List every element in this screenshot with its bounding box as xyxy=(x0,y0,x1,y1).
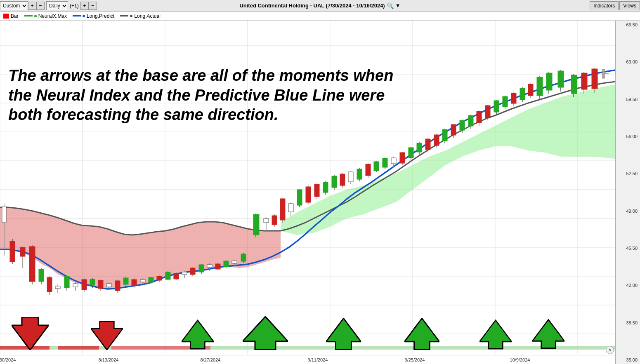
scroll-icon[interactable]: $ xyxy=(606,346,614,354)
price-38: 38.50 xyxy=(616,320,639,325)
svg-rect-69 xyxy=(199,265,204,272)
svg-rect-153 xyxy=(571,75,577,94)
chart-container[interactable]: 66.50 63.00 59.50 56.00 52.50 49.00 45.5… xyxy=(0,21,640,364)
price-59: 59.50 xyxy=(616,97,639,102)
indicators-button[interactable]: Indicators xyxy=(590,1,619,10)
svg-rect-151 xyxy=(558,71,564,87)
svg-marker-169 xyxy=(243,317,288,350)
svg-rect-67 xyxy=(190,268,195,275)
period-select[interactable]: Daily xyxy=(46,1,68,10)
counter-add-btn[interactable]: + xyxy=(80,2,89,10)
svg-rect-45 xyxy=(98,280,103,289)
svg-rect-23 xyxy=(2,206,6,223)
svg-rect-135 xyxy=(485,106,490,118)
svg-rect-133 xyxy=(477,111,482,123)
legend-neuralx-dot xyxy=(34,15,37,17)
svg-rect-127 xyxy=(451,124,456,135)
legend-row: Bar NeuralX.Max Long.Predict Long.Actual xyxy=(0,12,640,21)
price-66: 66.50 xyxy=(616,22,639,27)
svg-rect-99 xyxy=(332,176,337,188)
up-arrow-2 xyxy=(243,316,288,352)
svg-rect-137 xyxy=(494,101,499,112)
legend-longpredict: Long.Predict xyxy=(73,13,114,19)
svg-rect-141 xyxy=(511,93,516,103)
svg-rect-93 xyxy=(306,187,311,202)
svg-rect-59 xyxy=(157,276,162,280)
neuralx-line-icon xyxy=(24,15,33,16)
up-arrow-6 xyxy=(532,318,564,352)
svg-rect-49 xyxy=(115,281,120,291)
svg-rect-113 xyxy=(391,158,396,164)
svg-rect-123 xyxy=(434,135,439,146)
counter-label: (+1) xyxy=(68,3,80,9)
legend-longactual-dot xyxy=(130,15,132,17)
svg-rect-105 xyxy=(357,169,362,179)
svg-rect-61 xyxy=(165,272,170,279)
title-text: United Continental Holding - UAL (7/30/2… xyxy=(239,2,385,9)
minus-btn[interactable]: − xyxy=(36,2,45,10)
svg-rect-161 xyxy=(50,346,58,350)
price-42: 42.00 xyxy=(616,283,639,288)
svg-rect-31 xyxy=(39,269,44,282)
date-925: 9/25/2024 xyxy=(405,357,425,362)
svg-rect-157 xyxy=(592,69,597,89)
legend-neuralx-label: NeuralX.Max xyxy=(38,13,67,19)
svg-rect-39 xyxy=(73,284,78,287)
svg-rect-117 xyxy=(409,148,413,158)
add-btn[interactable]: + xyxy=(28,2,36,10)
price-49: 49.00 xyxy=(616,209,639,214)
price-63: 63.00 xyxy=(616,59,639,64)
price-56: 56.00 xyxy=(616,134,639,139)
svg-rect-89 xyxy=(288,204,293,212)
legend-neuralx: NeuralX.Max xyxy=(24,13,67,19)
date-axis: 7/30/2024 8/13/2024 8/27/2024 9/11/2024 … xyxy=(0,355,615,364)
svg-rect-71 xyxy=(207,265,212,267)
svg-marker-167 xyxy=(91,321,123,350)
svg-marker-173 xyxy=(532,319,564,348)
counter-minus-btn[interactable]: − xyxy=(89,2,97,10)
svg-rect-107 xyxy=(366,164,371,176)
date-109: 10/9/2024 xyxy=(510,357,530,362)
svg-rect-121 xyxy=(425,139,430,150)
chart-svg xyxy=(0,21,615,364)
svg-rect-47 xyxy=(106,284,111,287)
svg-rect-41 xyxy=(82,279,87,290)
svg-marker-166 xyxy=(12,317,49,350)
svg-rect-149 xyxy=(546,73,552,90)
bar-icon xyxy=(3,14,9,19)
svg-rect-29 xyxy=(29,247,35,282)
chart-title: United Continental Holding - UAL (7/30/2… xyxy=(239,2,400,9)
toolbar: Custom + − Daily (+1) + − United Contine… xyxy=(0,0,640,12)
down-arrow-2 xyxy=(91,321,123,352)
svg-rect-147 xyxy=(537,77,543,96)
up-arrow-1 xyxy=(182,319,214,352)
date-730: 7/30/2024 xyxy=(0,357,16,362)
search-icon[interactable]: 🔍 xyxy=(387,2,394,9)
legend-longpredict-dot xyxy=(83,15,85,17)
svg-rect-25 xyxy=(10,241,15,262)
svg-rect-81 xyxy=(253,214,259,235)
svg-rect-79 xyxy=(241,254,246,261)
legend-longactual: Long.Actual xyxy=(120,13,160,19)
svg-rect-57 xyxy=(149,277,154,282)
dropdown-icon[interactable]: ▼ xyxy=(395,2,401,9)
dollar-icon: $ xyxy=(609,348,611,352)
timeframe-select[interactable]: Custom xyxy=(0,1,28,10)
up-arrow-5 xyxy=(479,319,512,352)
svg-rect-53 xyxy=(132,279,137,285)
svg-rect-37 xyxy=(64,276,69,288)
svg-rect-119 xyxy=(417,143,422,152)
svg-rect-35 xyxy=(55,286,60,289)
svg-rect-51 xyxy=(123,278,128,284)
views-button[interactable]: Views xyxy=(619,1,640,10)
svg-rect-101 xyxy=(340,174,345,186)
svg-rect-27 xyxy=(20,247,25,256)
svg-rect-77 xyxy=(232,261,237,263)
toolbar-right: Indicators Views xyxy=(590,1,640,10)
svg-rect-111 xyxy=(383,158,387,167)
svg-rect-63 xyxy=(174,273,179,279)
svg-rect-109 xyxy=(374,162,379,171)
svg-rect-91 xyxy=(297,190,302,205)
svg-rect-43 xyxy=(90,279,95,285)
down-arrow-1 xyxy=(12,317,49,352)
